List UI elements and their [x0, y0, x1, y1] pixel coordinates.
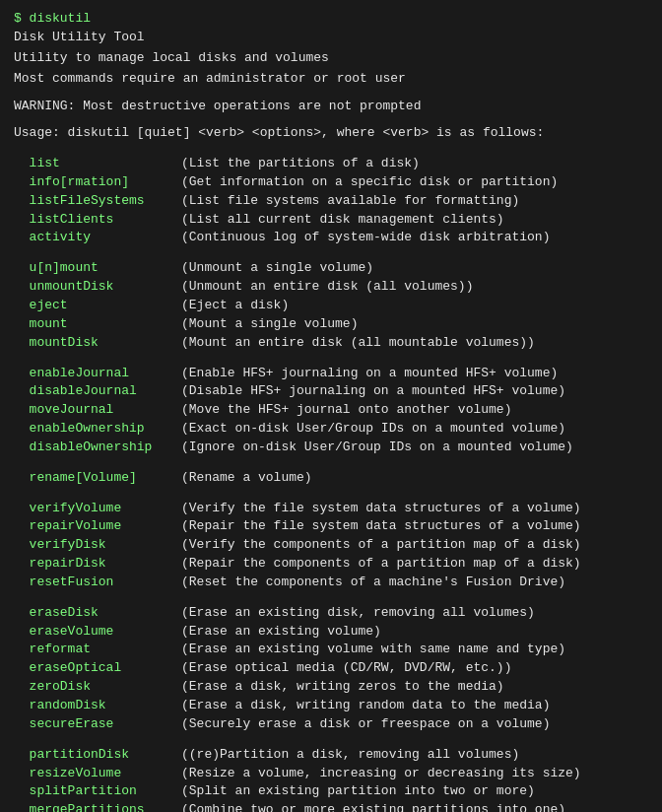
enableownership-item: enableOwnership(Exact on-disk User/Group…	[14, 420, 648, 439]
commands-group-4: rename[Volume](Rename a volume)	[14, 469, 648, 488]
commands-group-3: enableJournal(Enable HFS+ journaling on …	[14, 365, 648, 457]
mountdisk-item: mountDisk(Mount an entire disk (all moun…	[14, 334, 648, 353]
prompt: $ diskutil	[14, 11, 91, 26]
repairvolume-item: repairVolume(Repair the file system data…	[14, 517, 648, 536]
commands-group-2: u[n]mount(Unmount a single volume) unmou…	[14, 259, 648, 352]
commands-group-5: verifyVolume(Verify the file system data…	[14, 500, 648, 592]
resetfusion-item: resetFusion(Reset the components of a ma…	[14, 574, 648, 592]
mount-item: mount(Mount a single volume)	[14, 315, 648, 334]
title-line3: Most commands require an administrator o…	[14, 70, 648, 89]
randomdisk-item: randomDisk(Erase a disk, writing random …	[14, 697, 648, 715]
commands-group-6: eraseDisk(Erase an existing disk, removi…	[14, 604, 648, 734]
listfilesystems-item: listFileSystems(List file systems availa…	[14, 192, 648, 211]
splitpartition-item: splitPartition(Split an existing partiti…	[14, 782, 648, 801]
eject-item: eject(Eject a disk)	[14, 297, 648, 315]
movejournal-item: moveJournal(Move the HFS+ journal onto a…	[14, 401, 648, 420]
verifyvolume-item: verifyVolume(Verify the file system data…	[14, 500, 648, 518]
list-item: list(List the partitions of a disk)	[14, 155, 648, 173]
zerodisk-item: zeroDisk(Erase a disk, writing zeros to …	[14, 678, 648, 697]
disablejournal-item: disableJournal(Disable HFS+ journaling o…	[14, 382, 648, 401]
title-line2: Utility to manage local disks and volume…	[14, 49, 648, 68]
reformat-item: reformat(Erase an existing volume with s…	[14, 641, 648, 659]
repairdisk-item: repairDisk(Repair the components of a pa…	[14, 555, 648, 574]
warning-line: WARNING: Most destructive operations are…	[14, 98, 648, 116]
information-item: info[rmation](Get information on a speci…	[14, 173, 648, 192]
usage-line: Usage: diskutil [quiet] <verb> <options>…	[14, 124, 648, 143]
unmount-item: u[n]mount(Unmount a single volume)	[14, 259, 648, 278]
unmountdisk-item: unmountDisk(Unmount an entire disk (all …	[14, 278, 648, 297]
secureerase-item: secureErase(Securely erase a disk or fre…	[14, 715, 648, 734]
erasedisk-item: eraseDisk(Erase an existing disk, removi…	[14, 604, 648, 623]
mergepartitions-item: mergePartitions(Combine two or more exis…	[14, 801, 648, 812]
activity-item: activity(Continuous log of system-wide d…	[14, 229, 648, 247]
verifydisk-item: verifyDisk(Verify the components of a pa…	[14, 536, 648, 555]
renamevolume-item: rename[Volume](Rename a volume)	[14, 469, 648, 488]
resizevolume-item: resizeVolume(Resize a volume, increasing…	[14, 765, 648, 783]
terminal-window: $ diskutil Disk Utility Tool Utility to …	[14, 10, 648, 812]
eraseoptical-item: eraseOptical(Erase optical media (CD/RW,…	[14, 659, 648, 678]
erasevolume-item: eraseVolume(Erase an existing volume)	[14, 623, 648, 642]
title-line1: Disk Utility Tool	[14, 29, 648, 47]
partitiondisk-item: partitionDisk((re)Partition a disk, remo…	[14, 746, 648, 765]
enablejournal-item: enableJournal(Enable HFS+ journaling on …	[14, 365, 648, 383]
disableownership-item: disableOwnership(Ignore on-disk User/Gro…	[14, 439, 648, 457]
commands-group-7: partitionDisk((re)Partition a disk, remo…	[14, 746, 648, 812]
commands-group-1: list(List the partitions of a disk) info…	[14, 155, 648, 247]
prompt-line: $ diskutil	[14, 10, 648, 29]
listclients-item: listClients(List all current disk manage…	[14, 211, 648, 230]
